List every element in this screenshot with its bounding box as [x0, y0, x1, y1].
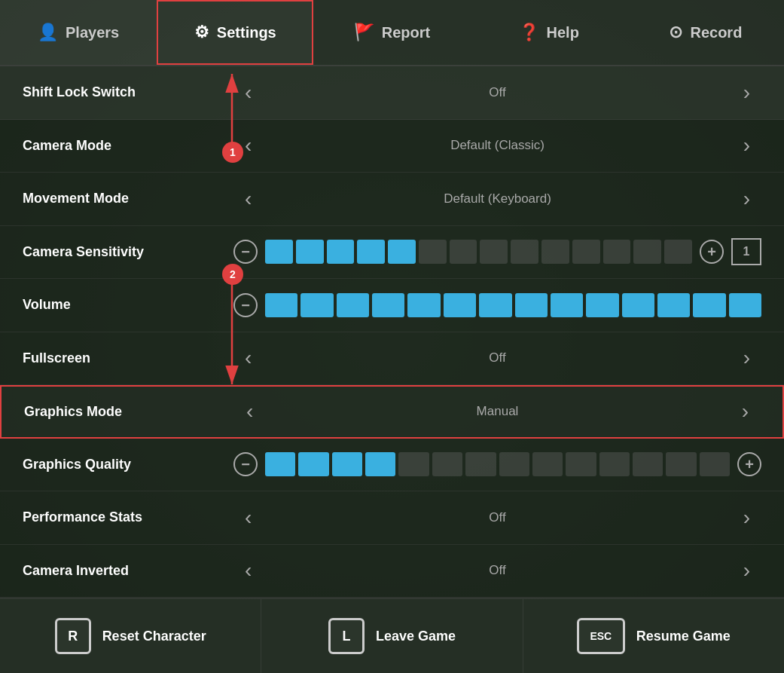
slider-segment-0: [265, 240, 293, 264]
reset-character-button[interactable]: R Reset Character: [0, 599, 261, 673]
slider-segment-8: [551, 293, 583, 317]
slider-segment-2: [327, 240, 355, 264]
resume-key: ESC: [590, 630, 612, 642]
slider-segment-1: [296, 240, 324, 264]
camera-sensitivity-increase[interactable]: +: [700, 240, 724, 264]
performance-stats-control: ‹ Off ›: [233, 502, 761, 534]
slider-segment-4: [388, 240, 416, 264]
tab-help[interactable]: ❓ Help: [471, 0, 627, 65]
camera-sensitivity-track: [265, 240, 692, 264]
slider-segment-13: [700, 452, 730, 476]
tab-settings-label: Settings: [217, 24, 276, 41]
fullscreen-next[interactable]: ›: [732, 342, 761, 374]
graphics-mode-prev[interactable]: ‹: [235, 396, 264, 427]
slider-segment-12: [693, 293, 725, 317]
leave-label: Leave Game: [376, 629, 456, 644]
slider-segment-9: [586, 293, 618, 317]
setting-row-shift-lock: Shift Lock Switch ‹ Off ›: [0, 66, 784, 120]
slider-segment-0: [265, 452, 295, 476]
graphics-mode-control: ‹ Manual ›: [235, 396, 760, 427]
fullscreen-value: Off: [274, 350, 720, 366]
slider-segment-6: [465, 452, 496, 476]
slider-segment-5: [432, 452, 462, 476]
slider-segment-11: [603, 240, 631, 264]
setting-row-graphics-mode: Graphics Mode ‹ Manual ›: [0, 385, 784, 439]
reset-key-box: R: [55, 618, 91, 654]
camera-sensitivity-label: Camera Sensitivity: [23, 244, 233, 260]
setting-row-camera-mode: Camera Mode ‹ Default (Classic) ›: [0, 120, 784, 173]
camera-sensitivity-slider: − + 1: [233, 238, 761, 265]
slider-segment-10: [622, 293, 654, 317]
slider-segment-8: [532, 452, 563, 476]
slider-segment-12: [633, 240, 661, 264]
tab-record-label: Record: [690, 24, 742, 41]
camera-mode-control: ‹ Default (Classic) ›: [233, 130, 761, 161]
reset-label: Reset Character: [102, 629, 206, 644]
resume-game-button[interactable]: ESC Resume Game: [523, 599, 784, 673]
shift-lock-next[interactable]: ›: [732, 77, 761, 109]
resume-key-box: ESC: [577, 618, 625, 654]
shift-lock-label: Shift Lock Switch: [23, 84, 233, 100]
movement-mode-control: ‹ Default (Keyboard) ›: [233, 183, 761, 215]
movement-mode-value: Default (Keyboard): [274, 191, 720, 206]
slider-segment-13: [664, 240, 692, 264]
camera-mode-next[interactable]: ›: [732, 130, 761, 161]
volume-track: [265, 293, 761, 317]
performance-stats-value: Off: [274, 510, 720, 525]
volume-slider: −: [233, 293, 761, 317]
tab-players[interactable]: 👤 Players: [0, 0, 157, 65]
setting-row-volume: Volume −: [0, 279, 784, 332]
movement-mode-label: Movement Mode: [23, 191, 233, 206]
graphics-quality-decrease[interactable]: −: [233, 452, 258, 476]
leave-game-button[interactable]: L Leave Game: [261, 599, 523, 673]
tab-settings[interactable]: ⚙ Settings: [157, 0, 313, 65]
slider-segment-2: [337, 293, 369, 317]
shift-lock-prev[interactable]: ‹: [233, 77, 263, 109]
setting-row-camera-inverted: Camera Inverted ‹ Off ›: [0, 545, 784, 598]
tab-players-label: Players: [66, 24, 119, 41]
setting-row-performance-stats: Performance Stats ‹ Off ›: [0, 491, 784, 545]
leave-key: L: [342, 629, 350, 644]
setting-row-fullscreen: Fullscreen ‹ Off ›: [0, 332, 784, 386]
camera-inverted-value: Off: [274, 563, 720, 578]
graphics-mode-label: Graphics Mode: [24, 404, 235, 420]
volume-decrease[interactable]: −: [233, 293, 258, 317]
graphics-quality-increase[interactable]: +: [737, 452, 761, 476]
camera-mode-prev[interactable]: ‹: [233, 130, 263, 161]
tab-report[interactable]: 🚩 Report: [313, 0, 470, 65]
slider-segment-7: [515, 293, 548, 317]
tab-record[interactable]: ⊙ Record: [627, 0, 784, 65]
camera-inverted-prev[interactable]: ‹: [233, 555, 263, 586]
slider-segment-5: [419, 240, 447, 264]
shift-lock-value: Off: [274, 85, 720, 100]
movement-mode-prev[interactable]: ‹: [233, 183, 263, 215]
slider-segment-2: [332, 452, 362, 476]
camera-inverted-next[interactable]: ›: [732, 555, 761, 586]
graphics-mode-value: Manual: [276, 404, 718, 419]
slider-segment-6: [450, 240, 477, 264]
fullscreen-label: Fullscreen: [23, 350, 233, 366]
slider-segment-1: [298, 452, 328, 476]
slider-segment-7: [499, 452, 529, 476]
fullscreen-prev[interactable]: ‹: [233, 342, 263, 374]
shift-lock-control: ‹ Off ›: [233, 77, 761, 109]
performance-stats-next[interactable]: ›: [732, 502, 761, 534]
camera-mode-value: Default (Classic): [274, 138, 720, 153]
slider-segment-9: [541, 240, 569, 264]
camera-mode-label: Camera Mode: [23, 138, 233, 154]
camera-inverted-label: Camera Inverted: [23, 563, 233, 579]
slider-segment-4: [398, 452, 429, 476]
players-icon: 👤: [38, 23, 58, 42]
performance-stats-prev[interactable]: ‹: [233, 502, 263, 534]
camera-sensitivity-decrease[interactable]: −: [233, 240, 258, 264]
settings-icon: ⚙: [194, 23, 209, 42]
graphics-mode-next[interactable]: ›: [731, 396, 760, 427]
resume-label: Resume Game: [636, 629, 731, 644]
record-icon: ⊙: [669, 23, 682, 42]
slider-segment-10: [599, 452, 630, 476]
slider-segment-3: [372, 293, 404, 317]
movement-mode-next[interactable]: ›: [732, 183, 761, 215]
slider-segment-12: [666, 452, 696, 476]
camera-sensitivity-value: 1: [731, 238, 761, 265]
slider-segment-7: [480, 240, 508, 264]
